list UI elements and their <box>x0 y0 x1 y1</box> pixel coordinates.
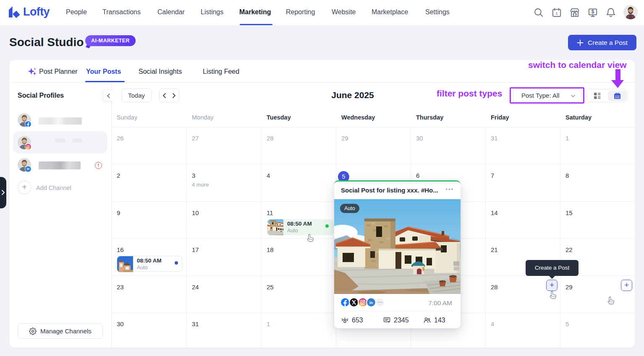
svg-text:filter post types: filter post types <box>437 88 502 98</box>
svg-text:switch to calendar view: switch to calendar view <box>528 60 627 70</box>
svg-text:$: $ <box>592 9 594 15</box>
svg-text:in: in <box>27 167 29 170</box>
svg-text:1: 1 <box>555 11 558 16</box>
svg-text:in: in <box>369 300 373 305</box>
